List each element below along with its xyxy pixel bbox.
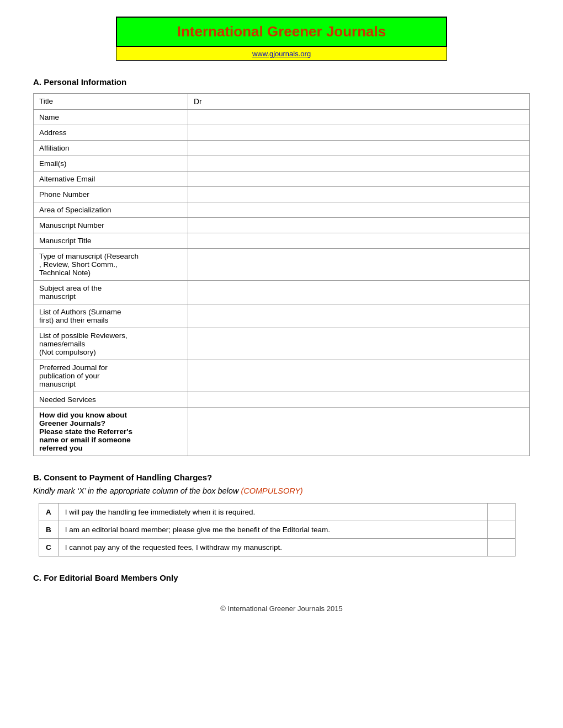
- payment-row-id: B: [39, 521, 59, 539]
- row-value[interactable]: [188, 408, 530, 456]
- payment-row-checkbox[interactable]: [488, 504, 516, 521]
- row-value[interactable]: [188, 156, 530, 172]
- row-label: Manuscript Title: [34, 233, 188, 249]
- row-value[interactable]: [188, 281, 530, 304]
- payment-row-text: I am an editorial board member; please g…: [58, 521, 487, 539]
- row-value[interactable]: [188, 233, 530, 249]
- row-value[interactable]: [188, 172, 530, 187]
- table-row: Name: [34, 110, 530, 125]
- row-label: Email(s): [34, 156, 188, 172]
- compulsory-label: (COMPULSORY): [241, 486, 302, 495]
- row-value[interactable]: [188, 392, 530, 408]
- table-row: Manuscript Title: [34, 233, 530, 249]
- table-row: List of Authors (Surname first) and thei…: [34, 304, 530, 328]
- table-row: Type of manuscript (Research , Review, S…: [34, 249, 530, 281]
- compulsory-note-prefix: Kindly mark ‘X’ in the appropriate colum…: [33, 486, 241, 495]
- row-label: How did you know about Greener Journals?…: [34, 408, 188, 456]
- payment-row: CI cannot pay any of the requested fees,…: [39, 539, 516, 556]
- row-label: Needed Services: [34, 392, 188, 408]
- row-label: Subject area of the manuscript: [34, 281, 188, 304]
- row-label: List of possible Reviewers, names/emails…: [34, 328, 188, 360]
- row-label: Title: [34, 94, 188, 110]
- table-row: Alternative Email: [34, 172, 530, 187]
- row-label: Phone Number: [34, 187, 188, 202]
- row-label: Alternative Email: [34, 172, 188, 187]
- table-row: Subject area of the manuscript: [34, 281, 530, 304]
- site-title: International Greener Journals: [177, 23, 386, 40]
- row-value[interactable]: [188, 187, 530, 202]
- payment-row-id: A: [39, 504, 59, 521]
- row-label: Preferred Journal for publication of you…: [34, 360, 188, 392]
- row-value[interactable]: Dr: [188, 94, 530, 110]
- payment-row: AI will pay the handling fee immediately…: [39, 504, 516, 521]
- row-value[interactable]: [188, 249, 530, 281]
- header-title-box: International Greener Journals: [116, 17, 447, 47]
- row-value[interactable]: [188, 328, 530, 360]
- row-label: Name: [34, 110, 188, 125]
- section-b-heading: B. Consent to Payment of Handling Charge…: [33, 473, 530, 482]
- payment-row: BI am an editorial board member; please …: [39, 521, 516, 539]
- header: International Greener Journals www.gjour…: [33, 17, 530, 61]
- table-row: How did you know about Greener Journals?…: [34, 408, 530, 456]
- payment-row-checkbox[interactable]: [488, 521, 516, 539]
- section-c-heading: C. For Editorial Board Members Only: [33, 573, 530, 582]
- row-value[interactable]: [188, 218, 530, 233]
- footer-text: © International Greener Journals 2015: [220, 604, 342, 613]
- payment-row-id: C: [39, 539, 59, 556]
- payment-table: AI will pay the handling fee immediately…: [39, 503, 516, 556]
- row-value[interactable]: [188, 110, 530, 125]
- payment-row-text: I will pay the handling fee immediately …: [58, 504, 487, 521]
- payment-row-checkbox[interactable]: [488, 539, 516, 556]
- header-url-box: www.gjournals.org: [116, 47, 447, 61]
- footer: © International Greener Journals 2015: [33, 604, 530, 613]
- table-row: Needed Services: [34, 392, 530, 408]
- row-label: Area of Specialization: [34, 202, 188, 218]
- site-url: www.gjournals.org: [252, 50, 311, 58]
- row-value[interactable]: [188, 125, 530, 141]
- row-value[interactable]: [188, 202, 530, 218]
- row-label: List of Authors (Surname first) and thei…: [34, 304, 188, 328]
- table-row: TitleDr: [34, 94, 530, 110]
- table-row: Manuscript Number: [34, 218, 530, 233]
- section-a-heading: A. Personal Information: [33, 77, 530, 87]
- payment-row-text: I cannot pay any of the requested fees, …: [58, 539, 487, 556]
- table-row: Affiliation: [34, 141, 530, 156]
- table-row: Preferred Journal for publication of you…: [34, 360, 530, 392]
- row-value[interactable]: [188, 304, 530, 328]
- row-label: Address: [34, 125, 188, 141]
- table-row: Email(s): [34, 156, 530, 172]
- row-label: Type of manuscript (Research , Review, S…: [34, 249, 188, 281]
- table-row: Area of Specialization: [34, 202, 530, 218]
- row-label: Affiliation: [34, 141, 188, 156]
- table-row: Address: [34, 125, 530, 141]
- compulsory-note: Kindly mark ‘X’ in the appropriate colum…: [33, 486, 530, 495]
- row-value[interactable]: [188, 141, 530, 156]
- row-value[interactable]: [188, 360, 530, 392]
- personal-info-table: TitleDrNameAddressAffiliationEmail(s)Alt…: [33, 93, 530, 456]
- table-row: List of possible Reviewers, names/emails…: [34, 328, 530, 360]
- row-label: Manuscript Number: [34, 218, 188, 233]
- table-row: Phone Number: [34, 187, 530, 202]
